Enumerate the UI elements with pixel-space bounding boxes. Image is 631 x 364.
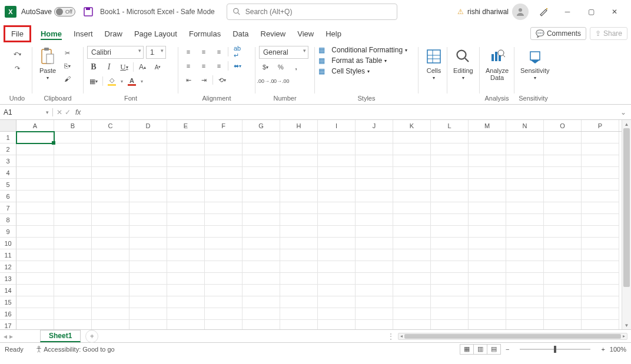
scroll-left-arrow[interactable]: ◂ <box>398 333 404 339</box>
cell[interactable] <box>469 167 506 179</box>
cell[interactable] <box>92 238 129 249</box>
cell[interactable] <box>16 308 54 320</box>
cell[interactable] <box>129 261 167 273</box>
cell[interactable] <box>129 285 167 296</box>
decrease-decimal-button[interactable]: .0→.00 <box>274 75 287 87</box>
cell[interactable] <box>243 273 280 285</box>
cancel-formula-icon[interactable]: ✕ <box>57 108 62 116</box>
merge-center-button[interactable]: ⬌▾ <box>231 60 244 72</box>
cell[interactable] <box>431 179 469 191</box>
cell[interactable] <box>280 308 318 320</box>
row-header[interactable]: 14 <box>0 285 16 296</box>
cell[interactable] <box>280 214 318 226</box>
cell[interactable] <box>205 202 243 214</box>
editing-button[interactable]: Editing▾ <box>451 46 476 82</box>
cell[interactable] <box>393 273 431 285</box>
row-header[interactable]: 12 <box>0 261 16 273</box>
cell[interactable] <box>167 143 205 155</box>
cell[interactable] <box>544 132 582 143</box>
cell[interactable] <box>129 179 167 191</box>
cell[interactable] <box>16 320 54 329</box>
cell[interactable] <box>469 285 506 296</box>
cell[interactable] <box>129 308 167 320</box>
cell[interactable] <box>167 167 205 179</box>
cell[interactable] <box>243 132 280 143</box>
cell[interactable] <box>129 249 167 261</box>
cell[interactable] <box>243 296 280 308</box>
user-area[interactable]: ⚠ rishi dhariwal <box>457 4 529 20</box>
increase-decimal-button[interactable]: .00→.0 <box>259 75 272 87</box>
cell[interactable] <box>129 191 167 202</box>
cell[interactable] <box>280 143 318 155</box>
cell[interactable] <box>506 143 544 155</box>
cell[interactable] <box>318 143 356 155</box>
cell[interactable] <box>280 167 318 179</box>
cell[interactable] <box>393 320 431 329</box>
cell[interactable] <box>506 320 544 329</box>
row-header[interactable]: 2 <box>0 143 16 155</box>
cell[interactable] <box>469 214 506 226</box>
cell[interactable] <box>544 261 582 273</box>
cell[interactable] <box>506 202 544 214</box>
italic-button[interactable]: I <box>102 61 115 73</box>
align-top-button[interactable]: ≡ <box>182 46 195 58</box>
cell[interactable] <box>167 249 205 261</box>
scroll-up-arrow[interactable]: ▲ <box>622 120 631 128</box>
cell[interactable] <box>167 320 205 329</box>
cell[interactable] <box>356 261 393 273</box>
row-header[interactable]: 8 <box>0 214 16 226</box>
cell[interactable] <box>356 191 393 202</box>
tab-insert[interactable]: Insert <box>68 27 99 41</box>
orientation-button[interactable]: ⟲▾ <box>215 74 228 86</box>
cell[interactable] <box>431 249 469 261</box>
cell[interactable] <box>393 249 431 261</box>
row-header[interactable]: 16 <box>0 308 16 320</box>
cell[interactable] <box>129 226 167 238</box>
row-header[interactable]: 3 <box>0 155 16 167</box>
cell[interactable] <box>92 296 129 308</box>
hscroll-thumb[interactable] <box>404 334 621 339</box>
cell[interactable] <box>469 249 506 261</box>
cell[interactable] <box>167 238 205 249</box>
cell[interactable] <box>167 261 205 273</box>
cell[interactable] <box>469 155 506 167</box>
accessibility-status[interactable]: Accessibility: Good to go <box>35 346 115 353</box>
cell[interactable] <box>92 308 129 320</box>
cell[interactable] <box>205 214 243 226</box>
cell[interactable] <box>280 202 318 214</box>
cell[interactable] <box>582 155 619 167</box>
cell[interactable] <box>431 143 469 155</box>
cell[interactable] <box>431 132 469 143</box>
column-header[interactable]: F <box>205 120 243 131</box>
cell[interactable] <box>582 308 619 320</box>
cell[interactable] <box>129 273 167 285</box>
cell[interactable] <box>167 285 205 296</box>
cell[interactable] <box>243 191 280 202</box>
cell[interactable] <box>393 132 431 143</box>
currency-button[interactable]: $▾ <box>259 61 272 73</box>
search-input[interactable] <box>245 8 391 16</box>
row-header[interactable]: 4 <box>0 167 16 179</box>
font-size-select[interactable] <box>146 46 166 59</box>
cell[interactable] <box>205 285 243 296</box>
tab-review[interactable]: Review <box>255 27 292 41</box>
scroll-down-arrow[interactable]: ▼ <box>622 321 631 329</box>
add-sheet-button[interactable]: + <box>85 330 98 343</box>
tab-home[interactable]: Home <box>35 27 68 41</box>
cell[interactable] <box>544 226 582 238</box>
cell[interactable] <box>469 143 506 155</box>
cell[interactable] <box>393 179 431 191</box>
cell[interactable] <box>318 155 356 167</box>
column-header[interactable]: N <box>506 120 544 131</box>
cell[interactable] <box>356 285 393 296</box>
redo-button[interactable]: ↷ <box>11 62 24 74</box>
column-header[interactable]: O <box>544 120 582 131</box>
cell[interactable] <box>356 249 393 261</box>
cell[interactable] <box>544 308 582 320</box>
cell[interactable] <box>393 191 431 202</box>
row-header[interactable]: 7 <box>0 202 16 214</box>
cell[interactable] <box>318 308 356 320</box>
borders-button[interactable]: ▦▾ <box>87 75 100 87</box>
cell[interactable] <box>431 285 469 296</box>
cell[interactable] <box>582 285 619 296</box>
